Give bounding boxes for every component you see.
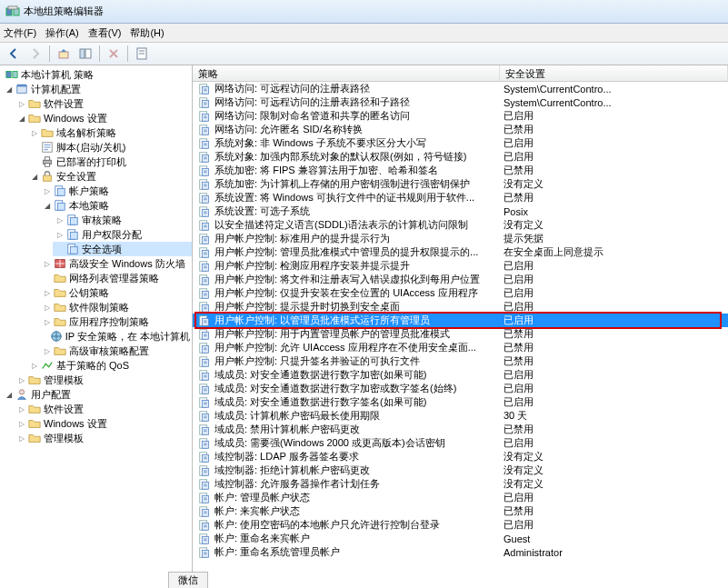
tree-item[interactable]: 公钥策略 xyxy=(40,285,192,300)
policy-row[interactable]: 用户帐户控制: 用于内置管理员帐户的管理员批准模式已禁用 xyxy=(193,327,728,341)
policy-row[interactable]: 域成员: 计算机帐户密码最长使用期限30 天 xyxy=(193,409,728,423)
policy-row[interactable]: 帐户: 使用空密码的本地帐户只允许进行控制台登录已启用 xyxy=(193,518,728,532)
policy-row[interactable]: 网络访问: 可远程访问的注册表路径和子路径System\CurrentContr… xyxy=(193,95,728,109)
policy-row[interactable]: 域成员: 对安全通道数据进行数字加密或数字签名(始终)已启用 xyxy=(193,382,728,395)
policy-row[interactable]: 用户帐户控制: 管理员批准模式中管理员的提升权限提示的...在安全桌面上同意提示 xyxy=(193,245,728,259)
menu-help[interactable]: 帮助(H) xyxy=(130,26,164,40)
up-button[interactable] xyxy=(54,45,74,63)
tree-item[interactable]: 用户配置 xyxy=(2,387,192,402)
tree-item[interactable]: Windows 设置 xyxy=(15,416,192,431)
expand-toggle[interactable] xyxy=(16,114,26,124)
tree-item[interactable]: 应用程序控制策略 xyxy=(40,314,192,329)
expand-toggle[interactable] xyxy=(16,99,26,109)
delete-button[interactable] xyxy=(104,45,124,63)
tree-item[interactable]: 网络列表管理器策略 xyxy=(40,271,192,285)
policy-row[interactable]: 帐户: 来宾帐户状态已禁用 xyxy=(193,504,728,518)
show-hide-tree-button[interactable] xyxy=(75,45,95,63)
tree-item[interactable]: 已部署的打印机 xyxy=(27,154,192,169)
expand-toggle[interactable] xyxy=(42,201,52,211)
expand-toggle[interactable] xyxy=(4,85,14,95)
back-button[interactable] xyxy=(4,45,24,63)
tree-item[interactable]: 基于策略的 QoS xyxy=(27,358,192,373)
expand-toggle[interactable] xyxy=(4,390,14,400)
policy-row[interactable]: 系统对象: 加强内部系统对象的默认权限(例如，符号链接)已启用 xyxy=(193,150,728,164)
expand-toggle[interactable] xyxy=(42,303,52,313)
policy-row[interactable]: 系统设置: 可选子系统Posix xyxy=(193,204,728,218)
tree-item[interactable]: 本地策略 xyxy=(40,198,192,213)
tree-item[interactable]: 软件设置 xyxy=(15,96,192,111)
policy-row[interactable]: 用户帐户控制: 以管理员批准模式运行所有管理员已启用 xyxy=(193,314,728,327)
policy-row[interactable]: 用户帐户控制: 标准用户的提升提示行为提示凭据 xyxy=(193,232,728,245)
policy-name: 网络访问: 允许匿名 SID/名称转换 xyxy=(214,123,504,136)
policy-row[interactable]: 域成员: 对安全通道数据进行数字加密(如果可能)已启用 xyxy=(193,368,728,382)
expand-toggle[interactable] xyxy=(16,434,26,443)
tree-item[interactable]: 用户权限分配 xyxy=(53,227,192,242)
policy-row[interactable]: 域控制器: LDAP 服务器签名要求没有定义 xyxy=(193,450,728,463)
policy-row[interactable]: 帐户: 重命名来宾帐户Guest xyxy=(193,532,728,545)
expand-toggle[interactable] xyxy=(16,419,26,429)
policy-row[interactable]: 用户帐户控制: 允许 UIAccess 应用程序在不使用安全桌面...已禁用 xyxy=(193,341,728,354)
expand-toggle[interactable] xyxy=(29,361,39,371)
expand-toggle[interactable] xyxy=(42,288,52,298)
tree-pane[interactable]: 本地计算机 策略 计算机配置软件设置Windows 设置域名解析策略脚本(启动/… xyxy=(0,65,193,572)
expand-toggle[interactable] xyxy=(55,230,65,240)
expand-toggle[interactable] xyxy=(55,215,65,225)
policy-row[interactable]: 域成员: 需要强(Windows 2000 或更高版本)会话密钥已启用 xyxy=(193,436,728,450)
policy-row[interactable]: 用户帐户控制: 提示提升时切换到安全桌面已启用 xyxy=(193,300,728,314)
taskbar-tab[interactable]: 微信 xyxy=(168,572,208,588)
expand-toggle[interactable] xyxy=(16,375,26,385)
policy-row[interactable]: 域成员: 对安全通道数据进行数字签名(如果可能)已启用 xyxy=(193,395,728,409)
policy-row[interactable]: 用户帐户控制: 将文件和注册表写入错误虚拟化到每用户位置已启用 xyxy=(193,273,728,286)
policy-row[interactable]: 网络访问: 可远程访问的注册表路径System\CurrentContro... xyxy=(193,82,728,95)
nav-tree[interactable]: 计算机配置软件设置Windows 设置域名解析策略脚本(启动/关机)已部署的打印… xyxy=(0,82,192,445)
policy-row[interactable]: 网络访问: 限制对命名管道和共享的匿名访问已启用 xyxy=(193,109,728,123)
menu-view[interactable]: 查看(V) xyxy=(88,26,122,40)
expand-toggle[interactable] xyxy=(29,128,39,138)
tree-item[interactable]: 管理模板 xyxy=(15,431,192,445)
tree-item[interactable]: 高级安全 Windows 防火墙 xyxy=(40,256,192,271)
forward-button[interactable] xyxy=(25,45,45,63)
properties-button[interactable] xyxy=(132,45,152,63)
tree-item[interactable]: 脚本(启动/关机) xyxy=(27,140,192,154)
tree-item[interactable]: 审核策略 xyxy=(53,213,192,227)
tree-root-label[interactable]: 本地计算机 策略 xyxy=(0,67,192,82)
expand-toggle[interactable] xyxy=(42,346,52,356)
tree-item[interactable]: 软件限制策略 xyxy=(40,300,192,314)
tree-item[interactable]: 计算机配置 xyxy=(2,82,192,96)
tree-item[interactable]: 安全设置 xyxy=(27,169,192,184)
tree-item[interactable]: 帐户策略 xyxy=(40,184,192,198)
list-pane[interactable]: 策略 安全设置 网络访问: 可远程访问的注册表路径System\CurrentC… xyxy=(193,65,728,572)
policy-row[interactable]: 帐户: 重命名系统管理员帐户Administrator xyxy=(193,545,728,559)
policy-row[interactable]: 用户帐户控制: 仅提升安装在安全位置的 UIAccess 应用程序已启用 xyxy=(193,286,728,300)
policy-row[interactable]: 系统加密: 将 FIPS 兼容算法用于加密、哈希和签名已禁用 xyxy=(193,164,728,177)
policy-row[interactable]: 域控制器: 允许服务器操作者计划任务没有定义 xyxy=(193,477,728,491)
policy-row[interactable]: 域成员: 禁用计算机帐户密码更改已禁用 xyxy=(193,423,728,436)
tree-item[interactable]: IP 安全策略，在 本地计算机 xyxy=(40,329,192,344)
menu-file[interactable]: 文件(F) xyxy=(4,26,36,40)
policy-row[interactable]: 系统设置: 将 Windows 可执行文件中的证书规则用于软件...已禁用 xyxy=(193,191,728,204)
column-security[interactable]: 安全设置 xyxy=(500,65,728,81)
tree-item[interactable]: 高级审核策略配置 xyxy=(40,344,192,358)
expand-toggle[interactable] xyxy=(42,317,52,327)
tree-item[interactable]: 管理模板 xyxy=(15,373,192,387)
policy-row[interactable]: 域控制器: 拒绝计算机帐户密码更改没有定义 xyxy=(193,463,728,477)
policy-row[interactable]: 网络访问: 允许匿名 SID/名称转换已禁用 xyxy=(193,123,728,136)
expand-toggle[interactable] xyxy=(29,172,39,182)
menu-action[interactable]: 操作(A) xyxy=(45,26,79,40)
policy-row[interactable]: 帐户: 管理员帐户状态已启用 xyxy=(193,491,728,504)
tree-item[interactable]: 安全选项 xyxy=(53,242,192,256)
policy-row[interactable]: 用户帐户控制: 检测应用程序安装并提示提升已启用 xyxy=(193,259,728,273)
tree-item-icon xyxy=(28,374,41,386)
policy-row[interactable]: 以安全描述符定义语言(SDDL)语法表示的计算机访问限制没有定义 xyxy=(193,218,728,232)
list-body[interactable]: 网络访问: 可远程访问的注册表路径System\CurrentContro...… xyxy=(193,82,728,559)
tree-item[interactable]: 软件设置 xyxy=(15,402,192,416)
expand-toggle[interactable] xyxy=(42,259,52,269)
expand-toggle[interactable] xyxy=(42,186,52,196)
policy-row[interactable]: 用户帐户控制: 只提升签名并验证的可执行文件已禁用 xyxy=(193,354,728,368)
column-policy[interactable]: 策略 xyxy=(193,65,500,81)
tree-item[interactable]: 域名解析策略 xyxy=(27,125,192,140)
policy-row[interactable]: 系统对象: 非 Windows 子系统不要求区分大小写已启用 xyxy=(193,136,728,150)
policy-row[interactable]: 系统加密: 为计算机上存储的用户密钥强制进行强密钥保护没有定义 xyxy=(193,177,728,191)
tree-item[interactable]: Windows 设置 xyxy=(15,111,192,125)
expand-toggle[interactable] xyxy=(16,404,26,414)
